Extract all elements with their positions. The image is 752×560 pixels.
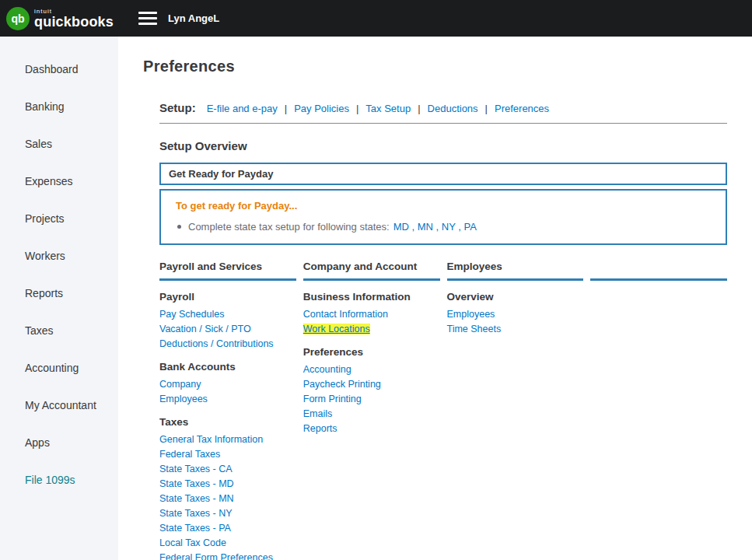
link-row: Federal Form Preferences [159, 550, 296, 560]
group-title-preferences: Preferences [303, 346, 440, 358]
page-layout: DashboardBankingSalesExpensesProjectsWor… [0, 37, 752, 560]
state-link-pa[interactable]: PA [463, 221, 476, 233]
column-header: Payroll and Services [159, 261, 296, 281]
quickbooks-label: quickbooks [34, 15, 114, 29]
column-company-and-account: Company and AccountBusiness InformationC… [303, 261, 440, 560]
setup-link-e-file-and-e-pay[interactable]: E-file and e-pay [207, 103, 278, 114]
link-row: Emails [303, 406, 440, 421]
state-link-ny[interactable]: NY [442, 221, 456, 233]
setup-item-accounting[interactable]: Accounting [303, 364, 352, 375]
link-row: Work Locations [303, 321, 440, 336]
setup-item-form-printing[interactable]: Form Printing [303, 394, 362, 404]
bullet-text: Complete state tax setup for following s… [188, 221, 390, 233]
sidebar-item-banking[interactable]: Banking [0, 88, 118, 125]
setup-item-work-locations[interactable]: Work Locations [303, 324, 370, 334]
state-separator: , [409, 221, 418, 233]
payday-bullet: Complete state tax setup for following s… [177, 221, 716, 233]
sidebar-item-reports[interactable]: Reports [0, 275, 118, 312]
group-title-overview: Overview [447, 291, 584, 303]
setup-label: Setup: [159, 101, 196, 114]
main-content: Preferences Setup: E-file and e-pay|Pay … [118, 37, 752, 560]
sidebar-item-expenses[interactable]: Expenses [0, 163, 118, 200]
setup-link-pay-policies[interactable]: Pay Policies [294, 103, 349, 114]
state-link-mn[interactable]: MN [418, 221, 433, 233]
sidebar-item-workers[interactable]: Workers [0, 237, 118, 275]
link-separator: | [418, 103, 420, 114]
setup-item-federal-form-preferences[interactable]: Federal Form Preferences [159, 552, 273, 560]
setup-item-state-taxes-pa[interactable]: State Taxes - PA [159, 523, 231, 534]
setup-link-deductions[interactable]: Deductions [428, 103, 478, 114]
setup-item-federal-taxes[interactable]: Federal Taxes [159, 449, 220, 460]
link-row: Federal Taxes [159, 446, 296, 461]
link-separator: | [285, 103, 287, 114]
group-title-taxes: Taxes [159, 416, 296, 428]
column-empty [590, 261, 727, 560]
column-payroll-and-services: Payroll and ServicesPayrollPay Schedules… [159, 261, 296, 560]
setup-item-pay-schedules[interactable]: Pay Schedules [159, 309, 224, 320]
setup-content: Setup: E-file and e-pay|Pay Policies|Tax… [159, 101, 727, 560]
link-row: Pay Schedules [159, 306, 296, 321]
setup-item-contact-information[interactable]: Contact Information [303, 309, 388, 320]
column-header: Employees [447, 261, 584, 281]
setup-columns: Payroll and ServicesPayrollPay Schedules… [159, 261, 727, 560]
payday-box-title: Get Ready for Payday [159, 163, 727, 185]
setup-item-emails[interactable]: Emails [303, 408, 333, 419]
link-separator: | [485, 103, 488, 114]
sidebar-item-apps[interactable]: Apps [0, 424, 118, 461]
setup-link-tax-setup[interactable]: Tax Setup [366, 103, 411, 114]
sidebar-item-projects[interactable]: Projects [0, 200, 118, 237]
link-row: Form Printing [303, 391, 440, 406]
setup-item-employees[interactable]: Employees [447, 309, 495, 320]
setup-item-state-taxes-ca[interactable]: State Taxes - CA [159, 464, 233, 474]
link-row: Paycheck Printing [303, 376, 440, 391]
column-header [590, 261, 727, 281]
setup-item-state-taxes-ny[interactable]: State Taxes - NY [159, 508, 233, 519]
column-employees: EmployeesOverviewEmployeesTime Sheets [447, 261, 584, 560]
sidebar-item-sales[interactable]: Sales [0, 125, 118, 163]
brand-text: intuit quickbooks [34, 9, 114, 29]
setup-nav: Setup: E-file and e-pay|Pay Policies|Tax… [159, 101, 727, 124]
setup-item-employees[interactable]: Employees [159, 394, 208, 404]
group-title-bank-accounts: Bank Accounts [159, 361, 296, 373]
setup-item-company[interactable]: Company [159, 379, 201, 390]
link-separator: | [356, 103, 359, 114]
group-title-business-information: Business Information [303, 291, 440, 303]
link-row: State Taxes - PA [159, 520, 296, 535]
setup-item-vacation-sick-pto[interactable]: Vacation / Sick / PTO [159, 324, 251, 334]
link-row: Employees [159, 391, 296, 406]
sidebar-item-taxes[interactable]: Taxes [0, 312, 118, 349]
column-header: Company and Account [303, 261, 440, 281]
sidebar-item-accounting[interactable]: Accounting [0, 349, 118, 387]
setup-item-time-sheets[interactable]: Time Sheets [447, 324, 502, 334]
sidebar-nav: DashboardBankingSalesExpensesProjectsWor… [0, 37, 118, 560]
setup-overview-title: Setup Overview [159, 139, 727, 152]
link-row: Vacation / Sick / PTO [159, 321, 296, 336]
link-row: General Tax Information [159, 432, 296, 446]
sidebar-item-my-accountant[interactable]: My Accountant [0, 387, 118, 424]
quickbooks-brand[interactable]: qb intuit quickbooks [0, 7, 118, 30]
state-links: MD , MN , NY , PA [393, 221, 477, 233]
payday-detail-box: To get ready for Payday... Complete stat… [159, 189, 727, 245]
setup-item-state-taxes-md[interactable]: State Taxes - MD [159, 478, 234, 489]
link-row: Time Sheets [447, 321, 584, 336]
hamburger-menu-icon[interactable] [138, 12, 157, 25]
state-link-md[interactable]: MD [393, 221, 409, 233]
setup-item-general-tax-information[interactable]: General Tax Information [159, 434, 263, 445]
setup-link-preferences[interactable]: Preferences [495, 103, 549, 114]
link-row: Deductions / Contributions [159, 336, 296, 351]
setup-item-reports[interactable]: Reports [303, 423, 338, 434]
setup-item-paycheck-printing[interactable]: Paycheck Printing [303, 379, 381, 390]
setup-item-deductions-contributions[interactable]: Deductions / Contributions [159, 338, 274, 349]
user-name: Lyn AngeL [168, 12, 219, 24]
link-row: Local Tax Code [159, 535, 296, 550]
sidebar-item-file-1099s[interactable]: File 1099s [0, 461, 118, 499]
setup-item-local-tax-code[interactable]: Local Tax Code [159, 537, 226, 548]
link-row: Employees [447, 306, 584, 321]
bullet-icon [177, 225, 181, 229]
quickbooks-logo-icon: qb [6, 7, 30, 30]
sidebar-item-dashboard[interactable]: Dashboard [0, 51, 118, 88]
payday-message: To get ready for Payday... [176, 200, 716, 212]
state-separator: , [456, 221, 464, 233]
state-separator: , [433, 221, 442, 233]
setup-item-state-taxes-mn[interactable]: State Taxes - MN [159, 493, 234, 504]
